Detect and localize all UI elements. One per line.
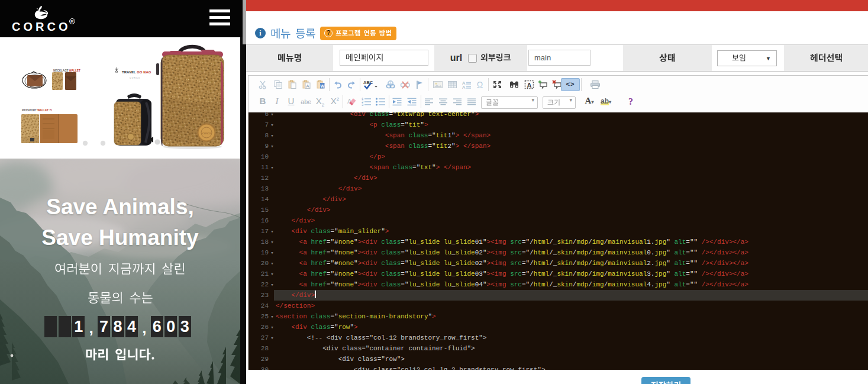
svg-text:W: W — [320, 83, 325, 89]
svg-text:3: 3 — [362, 103, 363, 107]
svg-text:A: A — [527, 82, 532, 89]
svg-text:A: A — [306, 83, 309, 89]
svg-text:ABC: ABC — [363, 80, 373, 85]
svg-text:Ω: Ω — [477, 80, 483, 89]
svg-text:A: A — [462, 85, 466, 89]
